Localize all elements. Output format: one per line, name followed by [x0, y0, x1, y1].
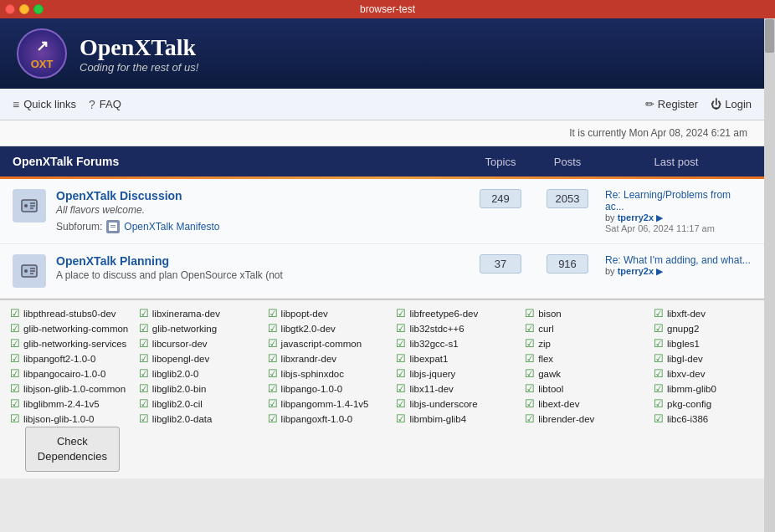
svg-rect-6 — [110, 225, 115, 226]
dep-item: ☑bison — [525, 307, 649, 320]
register-link[interactable]: ✏ Register — [645, 98, 698, 110]
forum-desc: A place to discuss and plan OpenSource x… — [56, 269, 467, 281]
dep-item: ☑lib32stdc++6 — [396, 322, 521, 335]
dep-item: ☑libfreetype6-dev — [396, 307, 521, 320]
dep-item: ☑libpangoxft-1.0-0 — [268, 412, 393, 425]
forum-row-content: OpenXTalk Discussion All flavors welcome… — [56, 189, 467, 233]
window-title: browser-test — [360, 3, 415, 15]
dep-check-icon: ☑ — [268, 337, 278, 350]
dep-check-icon: ☑ — [268, 322, 278, 335]
site-header: ↗ OXT OpenXTalk Coding for the rest of u… — [0, 18, 764, 89]
dep-item: ☑librender-dev — [525, 412, 649, 425]
forum-row: OpenXTalk Planning A place to discuss an… — [0, 244, 764, 299]
dep-check-icon: ☑ — [10, 322, 20, 335]
faq-link[interactable]: ? FAQ — [89, 98, 121, 111]
dep-name: lib32gcc-s1 — [409, 339, 458, 349]
dep-name: libxinerama-dev — [152, 309, 220, 319]
scrollbar[interactable] — [764, 18, 775, 532]
dep-name: libgl-dev — [667, 354, 703, 364]
dep-item: ☑glib-networking-common — [10, 322, 135, 335]
dep-name: gawk — [538, 369, 561, 379]
dep-item: ☑libc6-i386 — [654, 412, 754, 425]
lastpost-title[interactable]: Re: What I'm adding, and what... — [605, 254, 752, 266]
dep-item: ☑libexpat1 — [396, 352, 521, 365]
lastpost-user[interactable]: tperry2x — [618, 266, 654, 276]
dep-check-icon: ☑ — [396, 337, 406, 350]
dep-col-2: ☑libxinerama-dev☑glib-networking☑libcurs… — [139, 307, 264, 425]
dep-check-icon: ☑ — [10, 307, 20, 320]
dep-check-icon: ☑ — [525, 322, 535, 335]
dep-item: ☑libx11-dev — [396, 382, 521, 395]
dep-check-icon: ☑ — [10, 382, 20, 395]
dep-name: libjs-sphinxdoc — [281, 369, 344, 379]
dep-name: libjson-glib-1.0-0 — [23, 414, 94, 424]
site-tagline: Coding for the rest of us! — [80, 61, 198, 74]
forum-name[interactable]: OpenXTalk Discussion — [56, 189, 467, 202]
dep-check-icon: ☑ — [396, 397, 406, 410]
svg-point-1 — [24, 204, 28, 207]
dep-check-icon: ☑ — [268, 412, 278, 425]
forum-container: OpenXTalk Forums Topics Posts Last post — [0, 146, 764, 299]
dep-check-icon: ☑ — [10, 352, 20, 365]
dep-check-icon: ☑ — [525, 382, 535, 395]
nav-bar: ≡ Quick links ? FAQ ✏ Register ⏻ Login — [0, 89, 764, 120]
scrollbar-thumb[interactable] — [765, 19, 774, 53]
logo-oxt-text: OXT — [31, 58, 54, 70]
check-dependencies-button[interactable]: Check Dependencies — [25, 427, 120, 472]
lastpost-by-label: by — [605, 212, 615, 223]
dep-item: ☑libgtk2.0-dev — [268, 322, 393, 335]
dep-check-icon: ☑ — [139, 397, 149, 410]
login-link[interactable]: ⏻ Login — [711, 98, 752, 110]
dep-check-icon: ☑ — [396, 322, 406, 335]
dep-name: glib-networking — [152, 324, 217, 334]
dep-item: ☑libxinerama-dev — [139, 307, 264, 320]
dep-item: ☑lib32gcc-s1 — [396, 337, 521, 350]
dep-name: libxv-dev — [667, 369, 705, 379]
dep-name: libopengl-dev — [152, 354, 209, 364]
dep-name: libpopt-dev — [281, 309, 328, 319]
dep-check-icon: ☑ — [654, 412, 664, 425]
dep-item: ☑libgles1 — [654, 337, 754, 350]
dep-col-1: ☑libpthread-stubs0-dev☑glib-networking-c… — [10, 307, 135, 425]
posts-count: 916 — [534, 254, 601, 274]
dep-name: libjs-jquery — [409, 369, 455, 379]
forum-name[interactable]: OpenXTalk Planning — [56, 254, 467, 268]
hamburger-icon: ≡ — [13, 98, 19, 111]
lastpost-time: Sat Apr 06, 2024 11:17 am — [605, 223, 752, 233]
dep-name: libmm-glib0 — [667, 384, 716, 394]
close-button[interactable] — [5, 4, 15, 14]
topics-count: 249 — [467, 189, 534, 208]
minimize-button[interactable] — [19, 4, 29, 14]
forum-header-topics: Topics — [467, 156, 534, 168]
dep-item: ☑glib-networking-services — [10, 337, 135, 350]
quicklinks-menu[interactable]: ≡ Quick links — [13, 98, 76, 111]
dep-name: libmbim-glib4 — [409, 414, 466, 424]
login-label: Login — [725, 98, 752, 110]
dep-name: glib-networking-common — [23, 324, 128, 334]
lastpost-user[interactable]: tperry2x — [618, 212, 654, 223]
dep-name: libglib2.0-data — [152, 414, 213, 424]
dep-check-icon: ☑ — [139, 412, 149, 425]
subforum-link[interactable]: OpenXTalk Manifesto — [124, 221, 219, 233]
dep-name: libpthread-stubs0-dev — [23, 309, 116, 319]
dep-item: ☑javascript-common — [268, 337, 393, 350]
quicklinks-label: Quick links — [23, 98, 76, 110]
dep-item: ☑libtool — [525, 382, 649, 395]
maximize-button[interactable] — [33, 4, 44, 14]
dep-name: libfreetype6-dev — [409, 309, 478, 319]
dep-check-icon: ☑ — [654, 352, 664, 365]
dep-name: librender-dev — [538, 414, 594, 424]
dep-name: gnupg2 — [667, 324, 699, 334]
forum-row: OpenXTalk Discussion All flavors welcome… — [0, 179, 764, 244]
dep-name: libxft-dev — [667, 309, 706, 319]
lastpost-title[interactable]: Re: Learning/Problems from ac... — [605, 189, 752, 212]
dep-check-icon: ☑ — [396, 412, 406, 425]
forum-row-stats: 249 2053 — [467, 189, 601, 208]
site-title[interactable]: OpenXTalk — [80, 34, 198, 61]
register-label: Register — [658, 98, 698, 110]
dep-item: ☑libpangocairo-1.0-0 — [10, 367, 135, 380]
dep-item: ☑gawk — [525, 367, 649, 380]
site-title-group: OpenXTalk Coding for the rest of us! — [80, 34, 198, 74]
login-icon: ⏻ — [711, 98, 721, 110]
dep-item: ☑zip — [525, 337, 649, 350]
